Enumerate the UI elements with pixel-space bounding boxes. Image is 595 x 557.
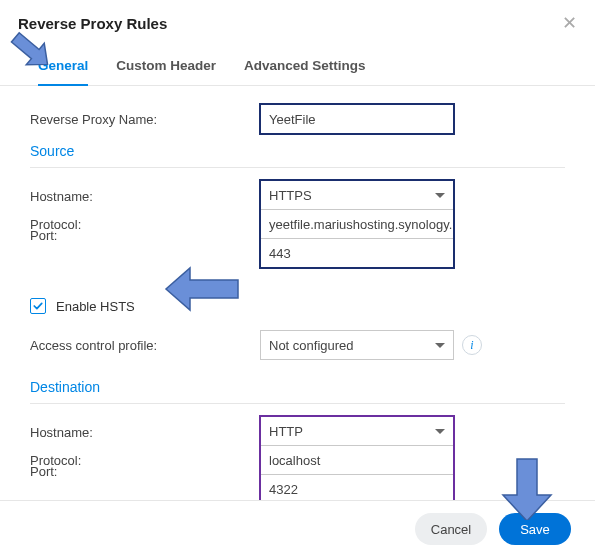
dst-hostname-input[interactable]: localhost bbox=[260, 445, 454, 475]
acp-select[interactable]: Not configured bbox=[260, 330, 454, 360]
acp-value: Not configured bbox=[269, 338, 354, 353]
source-group: HTTPS yeetfile.mariushosting.synology.me… bbox=[260, 180, 454, 268]
src-protocol-select[interactable]: HTTPS bbox=[260, 180, 454, 210]
dst-protocol-label: Protocol: bbox=[30, 453, 260, 468]
src-port-input[interactable]: 443 bbox=[260, 238, 454, 268]
name-value: YeetFile bbox=[269, 112, 316, 127]
src-protocol-label: Protocol: bbox=[30, 217, 260, 232]
src-port-value: 443 bbox=[269, 246, 291, 261]
dialog-title: Reverse Proxy Rules bbox=[18, 15, 167, 32]
close-icon[interactable]: ✕ bbox=[562, 12, 577, 34]
hsts-label: Enable HSTS bbox=[56, 299, 135, 314]
chevron-down-icon bbox=[435, 343, 445, 348]
row-dst-protocol: Protocol: HTTP localhost 4322 bbox=[30, 416, 565, 500]
chevron-down-icon bbox=[435, 429, 445, 434]
row-name: Reverse Proxy Name: YeetFile bbox=[30, 104, 565, 134]
chevron-down-icon bbox=[435, 193, 445, 198]
info-icon[interactable]: i bbox=[462, 335, 482, 355]
source-divider bbox=[30, 167, 565, 168]
name-label: Reverse Proxy Name: bbox=[30, 112, 260, 127]
src-hostname-input[interactable]: yeetfile.mariushosting.synology.me bbox=[260, 209, 454, 239]
tab-general[interactable]: General bbox=[38, 48, 88, 85]
titlebar: Reverse Proxy Rules ✕ bbox=[0, 0, 595, 42]
row-src-protocol: Protocol: HTTPS yeetfile.mariushosting.s… bbox=[30, 180, 565, 268]
destination-heading: Destination bbox=[30, 379, 565, 395]
src-protocol-value: HTTPS bbox=[269, 188, 312, 203]
save-button[interactable]: Save bbox=[499, 513, 571, 545]
row-acp: Access control profile: Not configured i bbox=[30, 330, 565, 360]
hsts-checkbox[interactable] bbox=[30, 298, 46, 314]
reverse-proxy-dialog: Reverse Proxy Rules ✕ General Custom Hea… bbox=[0, 0, 595, 557]
cancel-button[interactable]: Cancel bbox=[415, 513, 487, 545]
tab-bar: General Custom Header Advanced Settings bbox=[0, 48, 595, 86]
src-hostname-value: yeetfile.mariushosting.synology.me bbox=[269, 217, 454, 232]
tab-advanced[interactable]: Advanced Settings bbox=[244, 48, 366, 85]
source-heading: Source bbox=[30, 143, 565, 159]
destination-group: HTTP localhost 4322 bbox=[260, 416, 454, 500]
dst-port-value: 4322 bbox=[269, 482, 298, 497]
dst-protocol-value: HTTP bbox=[269, 424, 303, 439]
dialog-footer: Cancel Save bbox=[0, 500, 595, 557]
dialog-content: Reverse Proxy Name: YeetFile Source Prot… bbox=[0, 86, 595, 500]
dst-protocol-select[interactable]: HTTP bbox=[260, 416, 454, 446]
destination-divider bbox=[30, 403, 565, 404]
dst-hostname-value: localhost bbox=[269, 453, 320, 468]
acp-label: Access control profile: bbox=[30, 338, 260, 353]
tab-custom-header[interactable]: Custom Header bbox=[116, 48, 216, 85]
row-hsts: Enable HSTS bbox=[30, 291, 565, 321]
name-input[interactable]: YeetFile bbox=[260, 104, 454, 134]
dst-port-input[interactable]: 4322 bbox=[260, 474, 454, 500]
check-icon bbox=[32, 300, 44, 312]
